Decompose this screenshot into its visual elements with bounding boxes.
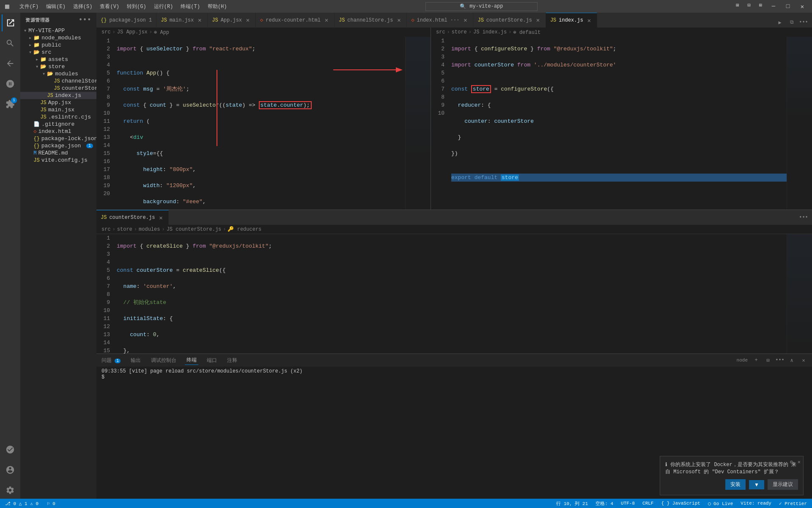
close-tab[interactable]: ✕ <box>157 214 164 221</box>
menu-goto[interactable]: 转到(G) <box>123 2 150 11</box>
appjsx-code-content[interactable]: 12345 678910 1112131415 1617181920 impor… <box>96 37 431 210</box>
close-terminal-button[interactable]: ✕ <box>798 355 809 365</box>
counterstore-code[interactable]: import { createSlice } from "@reduxjs/to… <box>113 234 787 353</box>
terminal-tab-problems[interactable]: 问题 1 <box>100 356 122 365</box>
tab-packagejson[interactable]: {} package.json 1 <box>96 13 156 28</box>
close-tab-counterstore[interactable]: ✕ <box>535 17 541 24</box>
terminal-tab-ports[interactable]: 端口 <box>205 356 219 365</box>
tab-indexjs[interactable]: JS index.js ✕ <box>546 13 597 28</box>
menu-terminal[interactable]: 终端(T) <box>177 2 203 11</box>
debug-icon[interactable] <box>2 75 19 92</box>
terminal-content[interactable]: 09:33:55 [vite] page reload src/store/mo… <box>96 367 812 409</box>
status-errors[interactable]: ⚐ 0 <box>45 501 57 506</box>
status-golive[interactable]: ◯ Go Live <box>706 501 735 506</box>
menu-edit[interactable]: 编辑(E) <box>43 2 69 11</box>
more-actions-button[interactable]: ••• <box>798 213 809 223</box>
indexjs-code-content[interactable]: 12345 678910 import { configureStore } f… <box>431 37 812 210</box>
settings-icon[interactable] <box>2 482 19 499</box>
install-dropdown-button[interactable]: ▼ <box>749 480 764 489</box>
status-language[interactable]: { } JavaScript <box>659 501 702 506</box>
split-terminal-button[interactable]: ⊟ <box>763 355 773 365</box>
terminal-tab-debug[interactable]: 调试控制台 <box>149 356 178 365</box>
status-branch[interactable]: ⎇ 0 △ 1 ⚠ 0 <box>3 501 40 506</box>
sidebar-item-packagejson[interactable]: ▸ {} package.json 1 <box>20 142 96 149</box>
close-tab-mainjsx[interactable]: ✕ <box>196 17 203 24</box>
close-tab-indexjs[interactable]: ✕ <box>586 17 593 24</box>
tab-counterstore[interactable]: JS counterStore.js ✕ <box>473 13 546 28</box>
terminal-tab-comments[interactable]: 注释 <box>225 356 239 365</box>
menu-help[interactable]: 帮助(H) <box>204 2 230 11</box>
remote-icon[interactable] <box>2 441 19 458</box>
indexjs-code[interactable]: import { configureStore } from "@reduxjs… <box>448 37 787 210</box>
tab-reduxhtml[interactable]: ◇ redux-counter.html ✕ <box>256 13 335 28</box>
run-button[interactable]: ▶ <box>775 17 785 28</box>
sidebar-item-gitignore[interactable]: ▸ 📄 .gitignore <box>20 121 96 128</box>
titlebar-search[interactable]: 🔍 my-vite-app <box>425 2 537 11</box>
sidebar-item-eslint[interactable]: ▸ JS .eslintrc.cjs <box>20 113 96 121</box>
search-activity-icon[interactable] <box>2 35 19 52</box>
status-spaces[interactable]: 空格: 4 <box>594 500 615 507</box>
close-button[interactable]: ✕ <box>796 2 809 11</box>
counterstore-code-content[interactable]: 12345 678910 1112131415 1617181920 21 im… <box>96 234 812 353</box>
sidebar-item-assets[interactable]: ▸ 📁 assets <box>20 56 96 63</box>
tab-counterstore-lower[interactable]: JS counterStore.js ✕ <box>96 210 169 225</box>
sidebar-item-counterstore[interactable]: ▸ JS counterStore.js <box>20 85 96 92</box>
split-editor-button[interactable]: ⧉ <box>787 17 797 28</box>
status-vite[interactable]: Vite: ready <box>739 501 773 506</box>
terminal-more-button[interactable]: ••• <box>775 355 785 365</box>
menu-file[interactable]: 文件(F) <box>16 2 42 11</box>
sidebar-item-packagelockjson[interactable]: ▸ {} package-lock.json <box>20 135 96 142</box>
sidebar-more-button[interactable]: ••• <box>79 16 91 24</box>
close-tab-reduxhtml[interactable]: ✕ <box>323 17 330 24</box>
git-icon[interactable] <box>2 55 19 72</box>
sidebar-item-node-modules[interactable]: ▸ 📁 node_modules <box>20 34 96 41</box>
status-prettier[interactable]: ✓ Prettier <box>777 501 809 506</box>
sidebar-item-store[interactable]: ▾ 📂 store <box>20 63 96 70</box>
account-icon[interactable] <box>2 461 19 478</box>
install-button[interactable]: 安装 <box>725 479 746 490</box>
show-suggestions-button[interactable]: 显示建议 <box>768 479 798 490</box>
status-position[interactable]: 行 10, 列 21 <box>554 500 590 507</box>
sidebar-item-public[interactable]: ▸ 📁 public <box>20 41 96 49</box>
notification-gear-icon[interactable]: ⚙ <box>790 459 793 465</box>
sidebar-item-appjsx[interactable]: ▸ JS App.jsx <box>20 99 96 106</box>
close-tab-channelstore[interactable]: ✕ <box>395 17 402 24</box>
sidebar-item-src[interactable]: ▾ 📂 src <box>20 49 96 56</box>
sidebar-item-indexjs[interactable]: ▸ JS index.js <box>20 92 96 99</box>
tab-mainjsx[interactable]: JS main.jsx ✕ <box>156 13 208 28</box>
grid-icon[interactable]: ⊞ <box>756 2 765 11</box>
sidebar-item-mainjsx[interactable]: ▸ JS main.jsx <box>20 106 96 113</box>
sidebar-item-viteconfig[interactable]: ▸ JS vite.config.js <box>20 157 96 164</box>
sidebar-item-readme[interactable]: ▸ M README.md <box>20 149 96 157</box>
terminal-tab-terminal[interactable]: 终端 <box>185 356 198 365</box>
status-encoding[interactable]: UTF-8 <box>619 501 636 506</box>
close-tab-indexhtml[interactable]: ✕ <box>462 17 469 24</box>
bc-src: src <box>102 226 111 232</box>
close-tab-appjsx[interactable]: ✕ <box>244 17 251 24</box>
new-terminal-button[interactable]: + <box>751 355 761 365</box>
notification-close-icon[interactable]: ✕ <box>798 459 801 465</box>
breadcrumb-sep: › <box>149 29 152 35</box>
appjsx-code[interactable]: import { useSelector } from "react-redux… <box>113 37 405 210</box>
terminal-maximize-button[interactable]: ∧ <box>787 355 797 365</box>
extensions-icon[interactable]: 1 <box>2 96 19 113</box>
explorer-icon[interactable] <box>2 14 19 31</box>
sidebar-item-project[interactable]: ▾ MY-VITE-APP <box>20 27 96 34</box>
terminal-tab-output[interactable]: 输出 <box>129 356 143 365</box>
tab-indexhtml[interactable]: ◇ index.html ··· ✕ <box>407 13 473 28</box>
sidebar-item-indexhtml[interactable]: ▸ ◇ index.html <box>20 128 96 135</box>
status-eol[interactable]: CRLF <box>641 501 655 506</box>
more-actions-button[interactable]: ••• <box>798 17 809 28</box>
sidebar-item-modules[interactable]: ▾ 📂 modules <box>20 70 96 77</box>
menu-view[interactable]: 查看(V) <box>96 2 123 11</box>
maximize-button[interactable]: □ <box>782 2 794 11</box>
tab-appjsx[interactable]: JS App.jsx ✕ <box>208 13 256 28</box>
minimize-button[interactable]: ─ <box>767 2 780 11</box>
menu-select[interactable]: 选择(S) <box>70 2 96 11</box>
sidebar-item-channelstore[interactable]: ▸ JS channelStore.js <box>20 77 96 85</box>
tab-channelstore[interactable]: JS channelStore.js ✕ <box>335 13 407 28</box>
tab-label-counterstore-lower: counterStore.js <box>109 215 155 221</box>
split-icon[interactable]: ⊟ <box>744 2 754 11</box>
menu-run[interactable]: 运行(R) <box>151 2 177 11</box>
layout-icon[interactable]: ⊞ <box>732 2 742 11</box>
